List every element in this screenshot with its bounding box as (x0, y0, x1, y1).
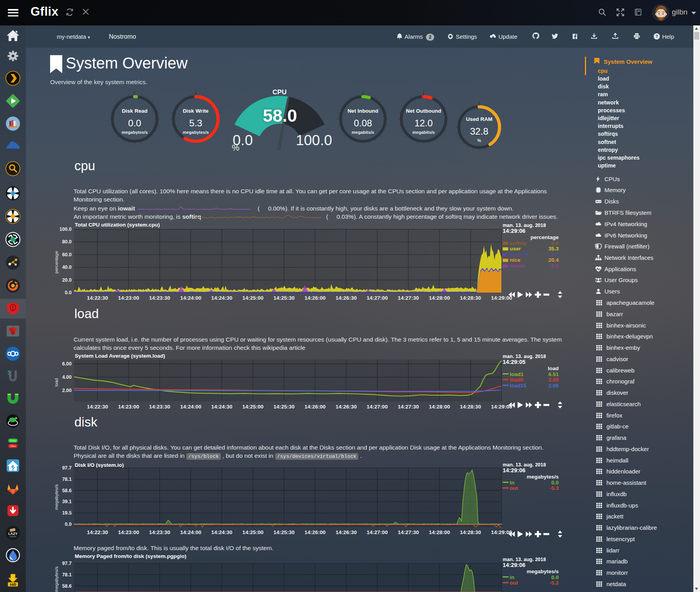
svg-text:14:26:00: 14:26:00 (305, 295, 326, 301)
svg-text:2.68: 2.68 (548, 377, 559, 383)
svg-text:out: out (510, 485, 518, 491)
svg-text:Net Outbound: Net Outbound (406, 108, 441, 114)
svg-text:14:22:30: 14:22:30 (87, 404, 108, 410)
svg-text:man. 13. aug. 2018: man. 13. aug. 2018 (503, 354, 546, 359)
svg-text:14:27:00: 14:27:00 (367, 529, 388, 535)
svg-text:19.5: 19.5 (62, 510, 72, 516)
svg-text:14:25:00: 14:25:00 (242, 295, 263, 301)
svg-text:14:26:30: 14:26:30 (336, 529, 357, 535)
svg-text:14:28:30: 14:28:30 (460, 529, 481, 535)
svg-text:megabits/s: megabits/s (352, 130, 374, 135)
svg-text:2.3: 2.3 (551, 252, 559, 257)
svg-text:35.3: 35.3 (548, 246, 559, 252)
svg-text:2.00: 2.00 (62, 388, 72, 393)
svg-text:14:26:30: 14:26:30 (336, 404, 357, 410)
svg-text:-5.3: -5.3 (550, 485, 559, 491)
svg-text:megabytes/s: megabytes/s (527, 569, 559, 574)
svg-text:14:26:30: 14:26:30 (336, 295, 357, 301)
svg-text:78.1: 78.1 (62, 572, 72, 578)
svg-text:20.0: 20.0 (62, 277, 72, 283)
svg-text:20.4: 20.4 (548, 257, 559, 263)
svg-text:load: load (548, 365, 559, 371)
svg-text:LAZY: LAZY (8, 532, 18, 536)
svg-text:softirq: softirq (510, 240, 526, 246)
svg-text:14:24:00: 14:24:00 (180, 529, 201, 535)
svg-text:14:27:30: 14:27:30 (398, 404, 419, 410)
svg-text:14:25:30: 14:25:30 (273, 529, 294, 535)
svg-text:14:28:30: 14:28:30 (460, 295, 481, 301)
svg-text:14:24:00: 14:24:00 (180, 404, 201, 410)
svg-text:megabytes/s: megabytes/s (527, 474, 559, 480)
svg-text:14:27:00: 14:27:00 (367, 295, 388, 301)
svg-text:Online: Online (10, 439, 16, 442)
svg-text:14:25:00: 14:25:00 (242, 404, 263, 410)
svg-text:megabytes/s: megabytes/s (183, 130, 209, 135)
svg-text:14:27:00: 14:27:00 (367, 404, 388, 410)
svg-text:load15: load15 (510, 383, 527, 389)
svg-text:14:25:00: 14:25:00 (242, 529, 263, 535)
svg-text:14:27:30: 14:27:30 (398, 295, 419, 301)
svg-text:percentage: percentage (530, 234, 559, 240)
svg-text:39.1: 39.1 (62, 499, 72, 504)
svg-text:14:24:30: 14:24:30 (211, 529, 233, 535)
svg-text:14:26:00: 14:26:00 (305, 529, 326, 535)
svg-text:megabits/s: megabits/s (412, 130, 435, 135)
svg-text:100.0: 100.0 (60, 227, 72, 232)
svg-text:?: ? (655, 34, 658, 39)
svg-text:14:23:00: 14:23:00 (118, 529, 139, 535)
svg-text:6.00: 6.00 (62, 361, 72, 367)
svg-text:14:29:06: 14:29:06 (503, 228, 525, 234)
svg-text:14:29:00: 14:29:00 (491, 295, 512, 301)
svg-text:Net Inbound: Net Inbound (348, 108, 379, 114)
svg-text:2.06: 2.06 (548, 383, 559, 389)
svg-text:14:22:30: 14:22:30 (87, 295, 108, 301)
svg-text:14:23:00: 14:23:00 (118, 295, 139, 301)
svg-text:Disk Read: Disk Read (122, 108, 147, 114)
svg-text:14:29:06: 14:29:06 (503, 562, 525, 568)
svg-text:14:28:30: 14:28:30 (460, 404, 481, 410)
svg-text:14:29:05: 14:29:05 (503, 359, 525, 365)
svg-text:0.0: 0.0 (65, 522, 72, 527)
svg-text:in: in (510, 480, 514, 486)
svg-text:80.0: 80.0 (62, 239, 72, 245)
svg-text:sab: sab (9, 582, 16, 587)
svg-text:14:24:30: 14:24:30 (211, 295, 233, 301)
svg-text:14:22:30: 14:22:30 (87, 529, 108, 535)
svg-text:14:23:30: 14:23:30 (149, 529, 170, 535)
svg-text:14:29:06: 14:29:06 (503, 467, 525, 473)
svg-text:14:28:00: 14:28:00 (429, 529, 450, 535)
svg-text:4.00: 4.00 (62, 374, 72, 380)
svg-text:iowait: iowait (510, 263, 525, 269)
svg-text:97.7: 97.7 (62, 561, 72, 566)
svg-text:system: system (510, 252, 528, 257)
svg-text:14:28:00: 14:28:00 (429, 295, 450, 301)
svg-text:man. 13. aug. 2018: man. 13. aug. 2018 (503, 462, 546, 468)
svg-text:out: out (510, 580, 518, 586)
svg-text:14:23:00: 14:23:00 (118, 404, 139, 410)
svg-text:14:24:00: 14:24:00 (180, 295, 201, 301)
svg-text:man. 13. aug. 2018: man. 13. aug. 2018 (503, 223, 546, 228)
svg-text:Disk Write: Disk Write (183, 108, 209, 114)
svg-text:megabytes/s: megabytes/s (122, 130, 148, 135)
svg-text:58.6: 58.6 (62, 583, 72, 589)
svg-text:14:25:30: 14:25:30 (273, 404, 294, 410)
svg-text:14:27:30: 14:27:30 (398, 529, 419, 535)
svg-text:14:23:30: 14:23:30 (149, 404, 170, 410)
svg-text:14:23:30: 14:23:30 (149, 295, 170, 301)
svg-text:load1: load1 (510, 371, 524, 377)
svg-text:0.0: 0.0 (65, 290, 72, 295)
svg-text:load5: load5 (510, 377, 524, 383)
svg-text:nice: nice (510, 257, 521, 263)
svg-text:14:25:30: 14:25:30 (273, 295, 294, 301)
svg-text:5.3: 5.3 (189, 118, 202, 128)
svg-text:60.0: 60.0 (62, 252, 72, 257)
svg-text:32.8: 32.8 (470, 126, 489, 137)
svg-text:0.0: 0.0 (128, 118, 141, 128)
svg-text:0.0: 0.0 (551, 574, 559, 580)
svg-text:97.7: 97.7 (62, 465, 72, 471)
svg-text:0.0: 0.0 (551, 480, 559, 486)
svg-text:Offline: Offline (10, 445, 16, 447)
svg-text:0.0: 0.0 (551, 240, 559, 246)
svg-text:Librarian: Librarian (9, 536, 16, 538)
svg-text:6.51: 6.51 (548, 371, 559, 377)
